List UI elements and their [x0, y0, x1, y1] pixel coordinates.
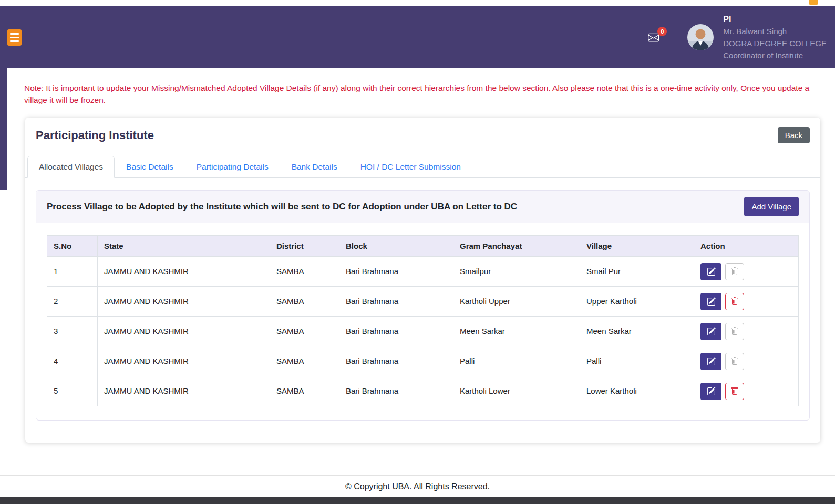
col-header-block: Block [339, 236, 453, 257]
cell-district: SAMBA [270, 257, 339, 287]
back-button[interactable]: Back [778, 127, 810, 143]
cell-action [694, 346, 799, 376]
col-header-state: State [98, 236, 270, 257]
user-info: PI Mr. Balwant Singh DOGRA DEGREE COLLEG… [723, 13, 827, 61]
note-text: Note: It is important to update your Mis… [24, 82, 814, 106]
pencil-square-icon [707, 297, 716, 306]
cell-gram-panchayat: Meen Sarkar [453, 317, 580, 346]
col-header-sno: S.No [47, 236, 98, 257]
tab-basic-details[interactable]: Basic Details [115, 156, 185, 178]
delete-village-button[interactable] [725, 383, 744, 400]
cell-sno: 2 [47, 287, 98, 317]
cell-block: Bari Brahmana [339, 317, 453, 346]
cell-village: Lower Kartholi [580, 376, 694, 406]
mail-button[interactable]: 0 [646, 32, 661, 43]
cell-district: SAMBA [270, 287, 339, 317]
table-row: 3 JAMMU AND KASHMIR SAMBA Bari Brahmana … [47, 317, 799, 346]
user-role: PI [723, 13, 827, 25]
top-corner-icon [809, 0, 818, 5]
col-header-gram-panchayat: Gram Panchayat [453, 236, 580, 257]
user-designation: Coordinator of Institute [723, 49, 827, 61]
participating-institute-card: Participating Institute Back Allocated V… [25, 118, 820, 443]
cell-block: Bari Brahmana [339, 257, 453, 287]
cell-state: JAMMU AND KASHMIR [98, 317, 270, 346]
cell-state: JAMMU AND KASHMIR [98, 376, 270, 406]
table-row: 4 JAMMU AND KASHMIR SAMBA Bari Brahmana … [47, 346, 799, 376]
edit-village-button[interactable] [700, 263, 721, 280]
cell-action [694, 317, 799, 346]
mail-badge: 0 [657, 27, 667, 36]
panel-header: Process Village to be Adopted by the Ins… [36, 191, 809, 223]
cell-district: SAMBA [270, 346, 339, 376]
cell-block: Bari Brahmana [339, 287, 453, 317]
trash-icon [730, 297, 739, 306]
col-header-action: Action [694, 236, 799, 257]
trash-icon [730, 267, 739, 276]
copyright-text: © Copyright UBA. All Rights Reserved. [345, 482, 490, 491]
collapsed-sidebar [0, 68, 7, 190]
edit-village-button[interactable] [700, 293, 721, 310]
cell-village: Meen Sarkar [580, 317, 694, 346]
footer: © Copyright UBA. All Rights Reserved. [0, 475, 835, 497]
page-title: Participating Institute [36, 129, 154, 142]
cell-sno: 1 [47, 257, 98, 287]
edit-village-button[interactable] [700, 353, 721, 370]
cell-district: SAMBA [270, 317, 339, 346]
cell-village: Smail Pur [580, 257, 694, 287]
cell-block: Bari Brahmana [339, 376, 453, 406]
avatar[interactable] [687, 24, 714, 50]
trash-icon [730, 387, 739, 395]
user-name: Mr. Balwant Singh [723, 25, 827, 37]
edit-village-button[interactable] [700, 383, 721, 400]
col-header-village: Village [580, 236, 694, 257]
menu-toggle-button[interactable] [7, 29, 22, 46]
pencil-square-icon [707, 357, 716, 366]
cell-action [694, 257, 799, 287]
cell-sno: 5 [47, 376, 98, 406]
col-header-district: District [270, 236, 339, 257]
edit-village-button[interactable] [700, 323, 721, 340]
cell-sno: 4 [47, 346, 98, 376]
tab-bar: Allocated Villages Basic Details Partici… [25, 156, 820, 178]
cell-village: Upper Kartholi [580, 287, 694, 317]
cell-state: JAMMU AND KASHMIR [98, 346, 270, 376]
cell-district: SAMBA [270, 376, 339, 406]
tab-allocated-villages[interactable]: Allocated Villages [27, 156, 115, 178]
main-content: Note: It is important to update your Mis… [0, 82, 835, 443]
tab-hoi-dc-letter-submission[interactable]: HOI / DC Letter Submission [349, 156, 472, 178]
delete-village-button [725, 353, 744, 370]
header-divider [681, 18, 681, 57]
pencil-square-icon [707, 327, 716, 336]
table-row: 1 JAMMU AND KASHMIR SAMBA Bari Brahmana … [47, 257, 799, 287]
cell-action [694, 376, 799, 406]
panel-heading: Process Village to be Adopted by the Ins… [47, 202, 517, 212]
villages-table: S.No State District Block Gram Panchayat… [47, 235, 799, 406]
villages-panel: Process Village to be Adopted by the Ins… [36, 190, 810, 421]
trash-icon [730, 357, 739, 365]
delete-village-button [725, 323, 744, 340]
pencil-square-icon [707, 267, 716, 276]
cell-village: Palli [580, 346, 694, 376]
delete-village-button[interactable] [725, 293, 744, 310]
cell-state: JAMMU AND KASHMIR [98, 257, 270, 287]
cell-action [694, 287, 799, 317]
cell-block: Bari Brahmana [339, 346, 453, 376]
cell-gram-panchayat: Smailpur [453, 257, 580, 287]
app-header: 0 PI Mr. Balwant Singh DOGRA DEGREE COLL… [0, 6, 835, 68]
add-village-button[interactable]: Add Village [744, 197, 799, 216]
cell-gram-panchayat: Palli [453, 346, 580, 376]
pencil-square-icon [707, 387, 716, 396]
bottom-strip [0, 497, 835, 504]
table-row: 5 JAMMU AND KASHMIR SAMBA Bari Brahmana … [47, 376, 799, 406]
hamburger-icon [10, 33, 19, 35]
cell-gram-panchayat: Kartholi Upper [453, 287, 580, 317]
tab-bank-details[interactable]: Bank Details [280, 156, 349, 178]
cell-sno: 3 [47, 317, 98, 346]
card-header: Participating Institute Back [25, 118, 820, 150]
table-container: S.No State District Block Gram Panchayat… [36, 223, 809, 420]
delete-village-button [725, 263, 744, 280]
trash-icon [730, 327, 739, 335]
tab-participating-details[interactable]: Participating Details [185, 156, 280, 178]
table-header-row: S.No State District Block Gram Panchayat… [47, 236, 799, 257]
cell-state: JAMMU AND KASHMIR [98, 287, 270, 317]
